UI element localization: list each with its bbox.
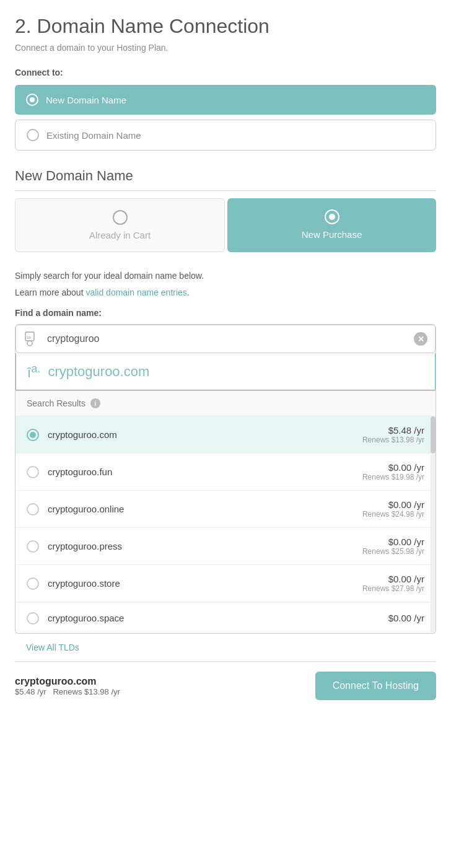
search-results-container: Search Results i cryptoguroo.com $5.48 /… xyxy=(15,391,436,634)
result-radio-inner-1 xyxy=(30,432,36,438)
search-container: îa ✕ xyxy=(15,325,436,353)
domain-preview: îa. cryptoguroo.com xyxy=(15,353,436,390)
result-radio-5 xyxy=(27,577,39,590)
description-prefix: Learn more about xyxy=(15,287,85,297)
search-results-label: Search Results xyxy=(27,398,85,408)
result-price-4: $0.00 /yr Renews $25.98 /yr xyxy=(362,537,424,556)
table-row[interactable]: cryptoguroo.store $0.00 /yr Renews $27.9… xyxy=(15,565,436,602)
description-suffix: . xyxy=(187,287,190,297)
new-domain-radio[interactable]: New Domain Name xyxy=(15,85,436,115)
results-list: cryptoguroo.com $5.48 /yr Renews $13.98 … xyxy=(15,416,436,633)
result-domain-4: cryptoguroo.press xyxy=(48,541,362,551)
bottom-domain-info: cryptoguroo.com $5.48 /yr Renews $13.98 … xyxy=(15,676,120,696)
new-purchase-option[interactable]: New Purchase xyxy=(227,198,436,252)
result-domain-3: cryptoguroo.online xyxy=(48,504,362,514)
table-row[interactable]: cryptoguroo.fun $0.00 /yr Renews $19.98 … xyxy=(15,454,436,491)
view-all-tlds-link[interactable]: View All TLDs xyxy=(15,634,90,655)
table-row[interactable]: cryptoguroo.press $0.00 /yr Renews $25.9… xyxy=(15,528,436,565)
result-price-1: $5.48 /yr Renews $13.98 /yr xyxy=(362,425,424,444)
scroll-thumb xyxy=(431,416,436,454)
connect-to-hosting-button[interactable]: Connect To Hosting xyxy=(315,672,436,700)
domain-search-icon: îa xyxy=(24,330,41,348)
result-price-6: $0.00 /yr xyxy=(388,613,424,623)
new-domain-radio-circle xyxy=(26,94,38,106)
cart-option-label: Already in Cart xyxy=(89,230,151,240)
already-in-cart-option[interactable]: Already in Cart xyxy=(15,198,225,252)
table-row[interactable]: cryptoguroo.online $0.00 /yr Renews $24.… xyxy=(15,491,436,528)
purchase-options: Already in Cart New Purchase xyxy=(15,198,436,252)
result-price-3: $0.00 /yr Renews $24.98 /yr xyxy=(362,499,424,519)
bottom-bar: cryptoguroo.com $5.48 /yr Renews $13.98 … xyxy=(15,661,436,700)
bottom-domain-name: cryptoguroo.com xyxy=(15,676,120,687)
svg-point-2 xyxy=(27,341,32,346)
section-title: New Domain Name xyxy=(15,168,436,191)
domain-search-input[interactable] xyxy=(47,333,414,344)
new-purchase-radio-inner xyxy=(329,214,335,220)
cart-radio-circle xyxy=(113,210,128,225)
table-row[interactable]: cryptoguroo.com $5.48 /yr Renews $13.98 … xyxy=(15,416,436,454)
bottom-price: $5.48 /yr Renews $13.98 /yr xyxy=(15,687,120,696)
existing-domain-label: Existing Domain Name xyxy=(46,130,141,141)
existing-domain-radio[interactable]: Existing Domain Name xyxy=(15,120,436,151)
description-line2: Learn more about valid domain name entri… xyxy=(15,286,436,299)
domain-preview-icon: îa. xyxy=(27,362,40,381)
domain-search-wrapper: îa ✕ îa. cryptoguroo.com xyxy=(15,324,436,391)
result-domain-6: cryptoguroo.space xyxy=(48,613,388,623)
result-domain-2: cryptoguroo.fun xyxy=(48,467,362,477)
new-purchase-radio-circle xyxy=(325,209,339,224)
page-subtitle: Connect a domain to your Hosting Plan. xyxy=(15,43,436,53)
result-price-5: $0.00 /yr Renews $27.98 /yr xyxy=(362,574,424,593)
find-domain-label: Find a domain name: xyxy=(15,308,436,318)
result-radio-2 xyxy=(27,466,39,478)
info-icon: i xyxy=(90,398,100,408)
clear-search-button[interactable]: ✕ xyxy=(414,332,427,346)
connect-to-label: Connect to: xyxy=(15,68,436,77)
new-domain-label: New Domain Name xyxy=(46,95,126,105)
table-row[interactable]: cryptoguroo.space $0.00 /yr xyxy=(15,602,436,633)
result-radio-4 xyxy=(27,540,39,553)
existing-domain-radio-circle xyxy=(27,129,39,141)
new-domain-radio-inner xyxy=(30,97,35,102)
result-radio-6 xyxy=(27,612,39,625)
domain-preview-text: cryptoguroo.com xyxy=(48,364,149,380)
result-domain-1: cryptoguroo.com xyxy=(48,429,362,440)
result-radio-3 xyxy=(27,503,39,515)
result-price-2: $0.00 /yr Renews $19.98 /yr xyxy=(362,462,424,481)
valid-entries-link[interactable]: valid domain name entries xyxy=(85,287,186,297)
result-radio-1 xyxy=(27,429,39,441)
scrollbar[interactable] xyxy=(431,416,436,633)
result-domain-5: cryptoguroo.store xyxy=(48,578,362,589)
svg-text:îa: îa xyxy=(26,335,31,340)
new-purchase-label: New Purchase xyxy=(302,229,362,240)
page-title: 2. Domain Name Connection xyxy=(15,15,436,38)
search-results-header: Search Results i xyxy=(15,391,436,416)
description-line1: Simply search for your ideal domain name… xyxy=(15,270,436,283)
